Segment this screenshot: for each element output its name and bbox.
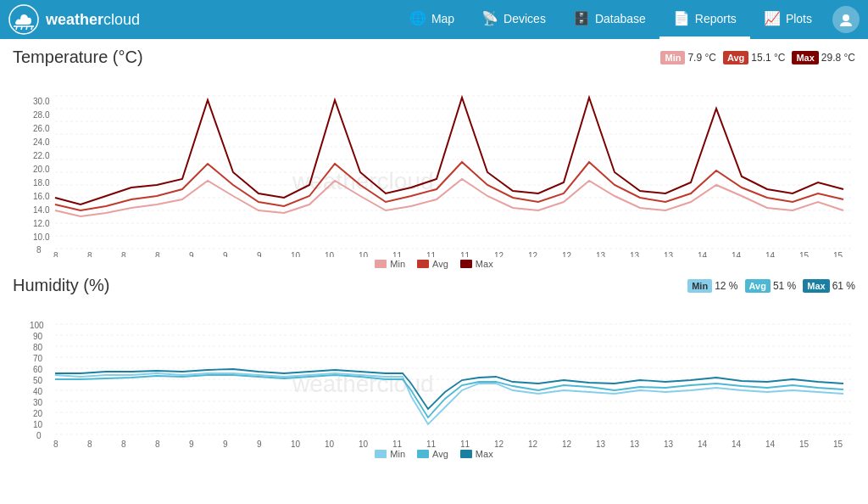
temp-max-label: Max	[792, 51, 818, 64]
hum-min-badge: Min 12 %	[687, 279, 737, 293]
hum-max-badge: Max 61 %	[803, 279, 855, 293]
legend-hum-min-color	[375, 450, 387, 458]
svg-text:13: 13	[630, 251, 640, 257]
svg-text:15: 15	[833, 440, 843, 447]
nav-database[interactable]: 🗄️ Database	[559, 0, 659, 39]
svg-text:9: 9	[257, 440, 262, 447]
legend-hum-avg: Avg	[417, 449, 448, 459]
svg-text:13: 13	[630, 440, 640, 447]
svg-text:15: 15	[833, 251, 843, 257]
svg-text:12: 12	[562, 440, 572, 447]
legend-temp-min: Min	[375, 259, 405, 269]
svg-text:8: 8	[155, 251, 160, 257]
svg-line-1	[16, 26, 17, 30]
svg-text:14.0: 14.0	[33, 205, 50, 215]
nav-plots[interactable]: 📈 Plots	[750, 0, 826, 39]
svg-text:20: 20	[33, 409, 43, 418]
svg-text:14: 14	[698, 440, 708, 447]
header: weathercloud 🌐 Map 📡 Devices 🗄️ Database…	[0, 0, 868, 39]
svg-text:13: 13	[596, 251, 606, 257]
svg-text:12: 12	[494, 251, 504, 257]
svg-text:80: 80	[33, 343, 43, 352]
main-content: Temperature (°C) Min 7.9 °C Avg 15.1 °C …	[0, 39, 868, 504]
svg-text:14: 14	[732, 440, 742, 447]
svg-text:12: 12	[528, 440, 538, 447]
humidity-header: Humidity (%) Min 12 % Avg 51 % Max 61 %	[13, 276, 855, 295]
temperature-header: Temperature (°C) Min 7.9 °C Avg 15.1 °C …	[13, 48, 855, 67]
legend-temp-max-label: Max	[476, 259, 493, 269]
svg-text:11: 11	[460, 251, 470, 257]
main-nav: 🌐 Map 📡 Devices 🗄️ Database 📄 Reports 📈 …	[396, 0, 860, 39]
svg-text:10: 10	[359, 440, 369, 447]
svg-text:18.0: 18.0	[33, 178, 50, 188]
nav-plots-label: Plots	[786, 12, 812, 25]
svg-text:90: 90	[33, 332, 43, 341]
nav-reports-label: Reports	[695, 12, 737, 25]
temp-max-badge: Max 29.8 °C	[792, 51, 855, 64]
svg-text:8: 8	[121, 440, 126, 447]
svg-text:60: 60	[33, 365, 43, 374]
svg-text:9: 9	[257, 251, 262, 257]
temperature-title: Temperature (°C)	[13, 48, 143, 67]
svg-text:9: 9	[189, 251, 194, 257]
svg-point-5	[843, 14, 849, 21]
nav-devices[interactable]: 📡 Devices	[468, 0, 559, 39]
svg-text:13: 13	[596, 440, 606, 447]
hum-max-label: Max	[803, 279, 829, 293]
svg-text:14: 14	[765, 440, 776, 447]
svg-text:12: 12	[528, 251, 538, 257]
svg-text:8: 8	[36, 245, 42, 255]
svg-text:13: 13	[664, 440, 674, 447]
svg-text:10: 10	[33, 420, 43, 429]
map-icon: 🌐	[409, 10, 426, 26]
hum-avg-value: 51 %	[773, 280, 796, 292]
temp-min-badge: Min 7.9 °C	[660, 51, 715, 64]
svg-text:9: 9	[189, 440, 194, 447]
legend-hum-max-color	[460, 450, 472, 458]
svg-text:12: 12	[494, 440, 504, 447]
svg-text:0: 0	[36, 431, 42, 440]
temp-max-value: 29.8 °C	[821, 52, 855, 64]
svg-line-3	[26, 26, 27, 30]
temperature-chart: .grid-line{stroke:#ddd;stroke-width:0.5;…	[13, 70, 855, 257]
svg-text:50: 50	[33, 376, 43, 385]
database-icon: 🗄️	[573, 10, 590, 26]
logo-icon	[8, 4, 39, 35]
svg-text:14: 14	[765, 251, 776, 257]
svg-text:11: 11	[392, 440, 403, 447]
svg-line-2	[21, 26, 22, 30]
svg-text:8: 8	[53, 251, 58, 257]
svg-text:100: 100	[30, 321, 44, 330]
temp-min-value: 7.9 °C	[687, 52, 715, 64]
svg-text:70: 70	[33, 354, 43, 363]
user-icon	[838, 12, 854, 27]
svg-text:10: 10	[291, 251, 301, 257]
devices-icon: 📡	[481, 10, 498, 26]
svg-text:40: 40	[33, 387, 43, 396]
svg-text:10: 10	[325, 440, 335, 447]
user-avatar[interactable]	[832, 6, 860, 33]
svg-text:10: 10	[291, 440, 301, 447]
legend-hum-max-label: Max	[476, 449, 493, 459]
legend-hum-avg-label: Avg	[432, 449, 448, 459]
svg-text:11: 11	[460, 440, 470, 447]
svg-text:8: 8	[121, 251, 126, 257]
svg-text:9: 9	[223, 251, 228, 257]
legend-temp-max-color	[460, 260, 472, 268]
nav-database-label: Database	[595, 12, 646, 25]
legend-temp-min-color	[375, 260, 387, 268]
svg-line-4	[31, 26, 32, 30]
nav-map-label: Map	[431, 12, 454, 25]
svg-text:15: 15	[799, 251, 810, 257]
svg-text:14: 14	[732, 251, 742, 257]
legend-hum-max: Max	[460, 449, 493, 459]
svg-text:8: 8	[53, 440, 58, 447]
temperature-chart-container: .grid-line{stroke:#ddd;stroke-width:0.5;…	[13, 70, 855, 257]
hum-max-value: 61 %	[832, 280, 855, 292]
svg-text:24.0: 24.0	[33, 137, 50, 147]
nav-map[interactable]: 🌐 Map	[396, 0, 468, 39]
humidity-chart: .grid-line2{stroke:#ddd;stroke-width:0.5…	[13, 299, 855, 447]
logo-text: weathercloud	[46, 11, 140, 29]
legend-temp-min-label: Min	[390, 259, 405, 269]
nav-reports[interactable]: 📄 Reports	[659, 0, 750, 39]
